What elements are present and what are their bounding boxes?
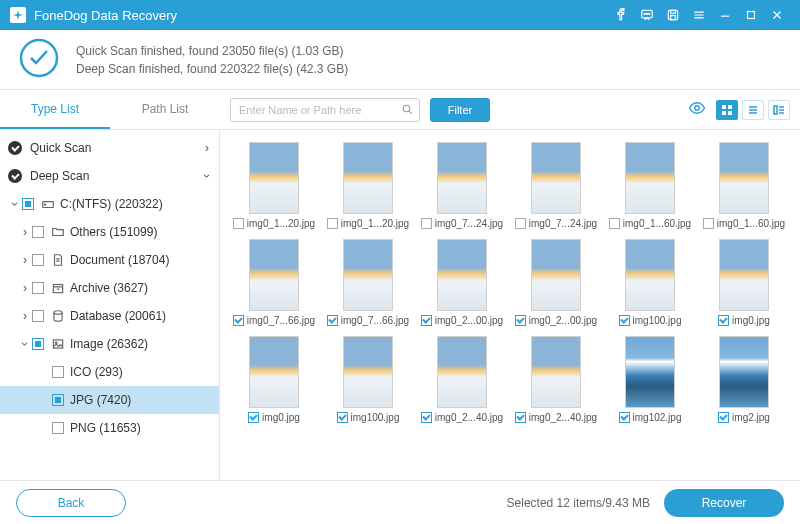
file-thumbnail[interactable] <box>343 142 393 214</box>
file-checkbox[interactable] <box>718 412 729 423</box>
file-item[interactable]: img0_2...00.jpg <box>418 239 506 326</box>
menu-icon[interactable] <box>686 0 712 30</box>
file-checkbox[interactable] <box>703 218 714 229</box>
file-checkbox[interactable] <box>421 315 432 326</box>
tree-archive[interactable]: › Archive (3627) <box>0 274 219 302</box>
tree-image[interactable]: › Image (26362) <box>0 330 219 358</box>
file-item[interactable]: img100.jpg <box>324 336 412 423</box>
tree-png[interactable]: PNG (11653) <box>0 414 219 442</box>
feedback-icon[interactable] <box>634 0 660 30</box>
file-thumbnail[interactable] <box>719 142 769 214</box>
file-checkbox[interactable] <box>421 412 432 423</box>
file-item[interactable]: img0_2...00.jpg <box>512 239 600 326</box>
file-item[interactable]: img0_7...66.jpg <box>324 239 412 326</box>
checkbox-icon[interactable] <box>22 198 34 210</box>
checkbox-icon[interactable] <box>32 338 44 350</box>
file-checkbox[interactable] <box>421 218 432 229</box>
file-item[interactable]: img0_7...24.jpg <box>418 142 506 229</box>
file-thumbnail[interactable] <box>249 142 299 214</box>
file-thumbnail[interactable] <box>343 239 393 311</box>
checkbox-icon[interactable] <box>32 310 44 322</box>
file-checkbox[interactable] <box>337 412 348 423</box>
save-icon[interactable] <box>660 0 686 30</box>
file-item[interactable]: img0.jpg <box>700 239 788 326</box>
file-checkbox[interactable] <box>327 315 338 326</box>
file-item[interactable]: img2.jpg <box>700 336 788 423</box>
file-checkbox[interactable] <box>619 315 630 326</box>
file-item[interactable]: img0_2...40.jpg <box>512 336 600 423</box>
checkbox-icon[interactable] <box>32 282 44 294</box>
file-item[interactable]: img0_7...66.jpg <box>230 239 318 326</box>
file-item[interactable]: img0_7...24.jpg <box>512 142 600 229</box>
svg-rect-11 <box>722 105 726 109</box>
file-thumbnail[interactable] <box>625 142 675 214</box>
footer: Back Selected 12 items/9.43 MB Recover <box>0 480 800 524</box>
file-thumbnail[interactable] <box>437 142 487 214</box>
check-circle-icon <box>8 169 22 183</box>
file-checkbox[interactable] <box>233 218 244 229</box>
file-thumbnail[interactable] <box>531 142 581 214</box>
tree-jpg[interactable]: JPG (7420) <box>0 386 219 414</box>
search-input[interactable] <box>230 98 420 122</box>
view-list-button[interactable] <box>742 100 764 120</box>
file-thumbnail[interactable] <box>343 336 393 408</box>
tree-drive[interactable]: › C:(NTFS) (220322) <box>0 190 219 218</box>
svg-point-1 <box>644 13 645 14</box>
svg-point-2 <box>646 13 647 14</box>
drive-icon <box>40 197 56 211</box>
file-thumbnail[interactable] <box>719 239 769 311</box>
back-button[interactable]: Back <box>16 489 126 517</box>
file-checkbox[interactable] <box>248 412 259 423</box>
file-thumbnail[interactable] <box>249 239 299 311</box>
file-checkbox[interactable] <box>515 315 526 326</box>
file-thumbnail[interactable] <box>249 336 299 408</box>
file-item[interactable]: img0.jpg <box>230 336 318 423</box>
close-icon[interactable] <box>764 0 790 30</box>
file-item[interactable]: img0_1...60.jpg <box>606 142 694 229</box>
tab-path-list[interactable]: Path List <box>110 90 220 129</box>
file-thumbnail[interactable] <box>625 336 675 408</box>
svg-point-10 <box>695 106 700 111</box>
checkbox-icon[interactable] <box>52 394 64 406</box>
maximize-icon[interactable] <box>738 0 764 30</box>
tree-others[interactable]: › Others (151099) <box>0 218 219 246</box>
tree-document[interactable]: › Document (18704) <box>0 246 219 274</box>
tree-deep-scan[interactable]: Deep Scan › <box>0 162 219 190</box>
chevron-right-icon: › <box>18 309 32 323</box>
file-thumbnail[interactable] <box>719 336 769 408</box>
file-thumbnail[interactable] <box>437 239 487 311</box>
filter-button[interactable]: Filter <box>430 98 490 122</box>
tree-database[interactable]: › Database (20061) <box>0 302 219 330</box>
file-item[interactable]: img0_1...20.jpg <box>230 142 318 229</box>
file-item[interactable]: img100.jpg <box>606 239 694 326</box>
facebook-icon[interactable] <box>608 0 634 30</box>
checkbox-icon[interactable] <box>32 226 44 238</box>
file-thumbnail[interactable] <box>531 239 581 311</box>
tree-ico[interactable]: ICO (293) <box>0 358 219 386</box>
file-thumbnail[interactable] <box>437 336 487 408</box>
file-thumbnail[interactable] <box>531 336 581 408</box>
checkbox-icon[interactable] <box>32 254 44 266</box>
file-checkbox[interactable] <box>515 412 526 423</box>
file-checkbox[interactable] <box>718 315 729 326</box>
file-checkbox[interactable] <box>619 412 630 423</box>
tree-quick-scan[interactable]: Quick Scan › <box>0 134 219 162</box>
preview-icon[interactable] <box>688 99 706 120</box>
checkbox-icon[interactable] <box>52 366 64 378</box>
file-checkbox[interactable] <box>515 218 526 229</box>
view-detail-button[interactable] <box>768 100 790 120</box>
file-checkbox[interactable] <box>327 218 338 229</box>
tab-type-list[interactable]: Type List <box>0 90 110 129</box>
view-grid-button[interactable] <box>716 100 738 120</box>
file-item[interactable]: img102.jpg <box>606 336 694 423</box>
file-thumbnail[interactable] <box>625 239 675 311</box>
recover-button[interactable]: Recover <box>664 489 784 517</box>
file-item[interactable]: img0_2...40.jpg <box>418 336 506 423</box>
file-checkbox[interactable] <box>233 315 244 326</box>
checkbox-icon[interactable] <box>52 422 64 434</box>
file-checkbox[interactable] <box>609 218 620 229</box>
search-icon[interactable] <box>401 103 414 119</box>
file-item[interactable]: img0_1...20.jpg <box>324 142 412 229</box>
file-item[interactable]: img0_1...60.jpg <box>700 142 788 229</box>
minimize-icon[interactable] <box>712 0 738 30</box>
